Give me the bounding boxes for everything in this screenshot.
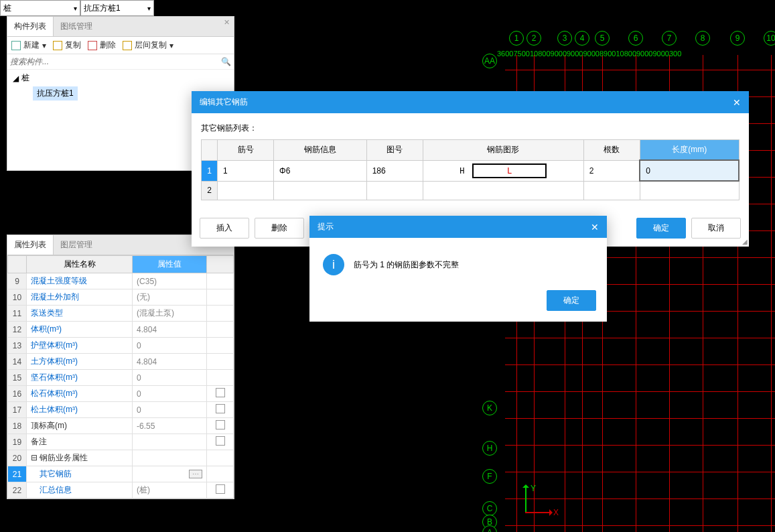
grid-bubble: 7 [662, 31, 677, 46]
axis-x-label: X [553, 508, 559, 517]
table-row[interactable]: 9混凝土强度等级(C35) [8, 273, 234, 289]
prop-value[interactable]: (无) [133, 289, 207, 306]
alert-message: 筋号为 1 的钢筋图参数不完整 [354, 259, 459, 271]
table-row[interactable]: 20⊟ 钢筋业务属性 [8, 450, 234, 466]
axis-y-label: Y [531, 484, 536, 493]
ok-button[interactable]: 确定 [547, 290, 596, 311]
copy-button[interactable]: 复制 [53, 40, 81, 51]
close-icon[interactable]: ✕ [222, 17, 231, 28]
alert-dialog: 提示 ✕ i 筋号为 1 的钢筋图参数不完整 确定 [309, 216, 607, 322]
prop-value[interactable] [133, 434, 207, 450]
dd-value: 抗压方桩1 [84, 3, 121, 14]
prop-name: ⊟ 钢筋业务属性 [27, 450, 133, 466]
prop-value[interactable]: (桩) [133, 482, 207, 498]
tab-layer-mgmt[interactable]: 图层管理 [54, 235, 99, 255]
prop-value[interactable]: ⋯ [133, 466, 207, 482]
prop-name: 泵送类型 [27, 306, 133, 322]
copy-icon [53, 41, 62, 50]
dialog-title: 提示 [318, 221, 334, 232]
grid-bubble: 8 [695, 31, 710, 46]
dialog-title: 编辑其它钢筋 [200, 96, 248, 108]
insert-button[interactable]: 插入 [200, 218, 249, 239]
table-row[interactable]: 2 [202, 181, 739, 200]
table-row[interactable]: 16松石体积(m³)0 [8, 386, 234, 402]
panel-toolbar: 新建 ▾ 复制 删除 层间复制 ▾ [7, 37, 234, 54]
tab-drawing-mgmt[interactable]: 图纸管理 [54, 17, 99, 36]
chevron-down-icon: ▾ [42, 41, 46, 50]
new-button[interactable]: 新建 ▾ [11, 40, 46, 51]
tree-item-selected[interactable]: 抗压方桩1 [33, 86, 78, 101]
grid-bubble: 3 [557, 31, 572, 46]
table-row[interactable]: 22 汇总信息(桩) [8, 482, 234, 498]
tree-root[interactable]: ◢ 桩 [13, 72, 228, 84]
chevron-down-icon: ▾ [147, 5, 151, 12]
table-row[interactable]: 15坚石体积(m³)0 [8, 370, 234, 386]
cell-length[interactable]: 0 [640, 160, 739, 181]
search-input[interactable] [10, 57, 221, 66]
search-bar: 🔍 [7, 54, 234, 70]
prop-value[interactable]: 0 [133, 386, 207, 402]
grid-bubble: H [482, 441, 497, 456]
table-row[interactable]: 17松土体积(m³)0 [8, 402, 234, 418]
prop-name: 松土体积(m³) [27, 402, 133, 418]
prop-value[interactable]: (C35) [133, 273, 207, 289]
cell-info[interactable]: Φ6 [274, 160, 367, 181]
close-icon[interactable]: ✕ [591, 222, 599, 232]
top-bar: 桩 ▾ 抗压方桩1 ▾ [0, 0, 154, 16]
grid-bubble: 9 [730, 31, 745, 46]
component-dropdown[interactable]: 抗压方桩1 ▾ [80, 0, 154, 16]
more-button[interactable]: ⋯ [189, 470, 202, 478]
table-row[interactable]: 21 其它钢筋⋯ [8, 466, 234, 482]
prop-value[interactable]: (混凝土泵) [133, 306, 207, 322]
table-row[interactable]: 1 1 Φ6 186 H L 2 0 [202, 160, 739, 181]
prop-name: 混凝土强度等级 [27, 273, 133, 289]
dialog-titlebar[interactable]: 提示 ✕ [309, 216, 607, 238]
grid-bubble: 5 [595, 31, 610, 46]
close-icon[interactable]: ✕ [733, 97, 741, 108]
table-row[interactable]: 12体积(m³)4.804 [8, 322, 234, 338]
prop-value[interactable] [133, 450, 207, 466]
collapse-icon[interactable]: ◢ [13, 74, 19, 83]
col-value: 属性值 [133, 256, 207, 273]
prop-name: 其它钢筋 [27, 466, 133, 482]
prop-name: 体积(m³) [27, 322, 133, 338]
grid-bubble: 1 [509, 31, 524, 46]
grid-bubble: AA [482, 54, 497, 68]
delete-button[interactable]: 删除 [255, 218, 304, 239]
cell-shape[interactable]: H L [423, 160, 583, 181]
prop-value[interactable]: 4.804 [133, 322, 207, 338]
prop-value[interactable]: 0 [133, 402, 207, 418]
prop-value[interactable]: 4.804 [133, 354, 207, 370]
table-row[interactable]: 13护壁体积(m³)0 [8, 338, 234, 354]
layer-copy-button[interactable]: 层间复制 ▾ [123, 40, 173, 51]
dialog-titlebar[interactable]: 编辑其它钢筋 ✕ [192, 91, 749, 113]
ok-button[interactable]: 确定 [636, 218, 686, 239]
category-dropdown[interactable]: 桩 ▾ [0, 0, 80, 16]
grid-bubble: C [482, 501, 497, 516]
axis-x [525, 512, 552, 513]
grid-bubble: 10 [764, 31, 775, 46]
resize-grip-icon[interactable]: ◢ [742, 238, 748, 245]
cancel-button[interactable]: 取消 [691, 218, 741, 239]
table-row[interactable]: 18顶标高(m)-6.55 [8, 418, 234, 434]
cell-rebar-no[interactable]: 1 [218, 160, 274, 181]
property-table: 属性名称 属性值 9混凝土强度等级(C35)10混凝土外加剂(无)11泵送类型(… [7, 255, 234, 498]
table-row[interactable]: 14土方体积(m³)4.804 [8, 354, 234, 370]
delete-button[interactable]: 删除 [88, 40, 116, 51]
cell-count[interactable]: 2 [583, 160, 640, 181]
prop-name: 顶标高(m) [27, 418, 133, 434]
search-icon[interactable]: 🔍 [221, 57, 231, 66]
dimension-text: 3600750010800900090009000890010800900090… [497, 50, 681, 58]
prop-value[interactable]: -6.55 [133, 418, 207, 434]
tab-component-list[interactable]: 构件列表 [7, 17, 54, 36]
prop-name: 坚石体积(m³) [27, 370, 133, 386]
cell-fig-no[interactable]: 186 [366, 160, 423, 181]
list-label: 其它钢筋列表： [201, 123, 739, 134]
prop-value[interactable]: 0 [133, 370, 207, 386]
table-row[interactable]: 11泵送类型(混凝土泵) [8, 306, 234, 322]
table-row[interactable]: 19备注 [8, 434, 234, 450]
prop-value[interactable]: 0 [133, 338, 207, 354]
tab-properties[interactable]: 属性列表 [7, 235, 54, 255]
delete-icon [88, 41, 97, 50]
table-row[interactable]: 10混凝土外加剂(无) [8, 289, 234, 306]
